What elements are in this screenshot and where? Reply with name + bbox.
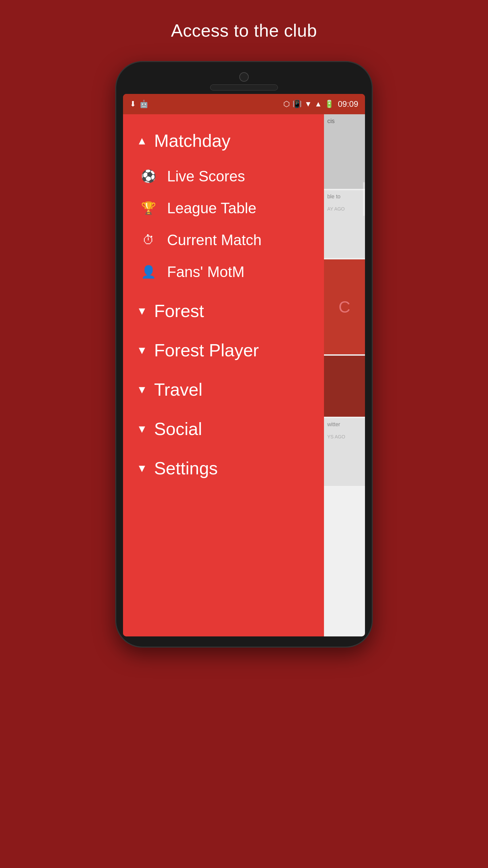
social-arrow-icon: ▼: [137, 423, 147, 434]
matchday-label: Matchday: [154, 131, 230, 151]
page-title: Access to the club: [171, 20, 317, 41]
phone-speaker: [210, 84, 278, 91]
content-timestamp-1: AY AGO: [327, 206, 345, 212]
travel-label: Travel: [154, 379, 203, 400]
matchday-children: ⚽ Live Scores 🏆 League Table ⏱ Current M…: [123, 160, 324, 291]
fans-motm-label: Fans' MotM: [167, 263, 244, 280]
section-settings: ▼ Settings: [123, 449, 324, 488]
signal-icon: ▲: [314, 100, 322, 108]
content-card-3: C: [324, 259, 365, 354]
league-table-item[interactable]: 🏆 League Table: [123, 192, 324, 224]
phone-top: [123, 72, 365, 91]
content-timestamp-2: YS AGO: [327, 434, 345, 439]
forest-player-label: Forest Player: [154, 340, 259, 360]
matchday-menu-item[interactable]: ▲ Matchday: [123, 121, 324, 160]
section-travel: ▼ Travel: [123, 370, 324, 409]
live-scores-label: Live Scores: [167, 168, 245, 185]
android-icon: 🤖: [139, 100, 148, 108]
current-match-icon: ⏱: [140, 233, 157, 247]
section-forest: ▼ Forest: [123, 291, 324, 331]
league-table-label: League Table: [167, 200, 256, 217]
fans-motm-item[interactable]: 👤 Fans' MotM: [123, 256, 324, 288]
fans-motm-icon: 👤: [140, 265, 157, 279]
content-card-2: ble to AY AGO: [324, 190, 365, 258]
phone-camera: [239, 72, 249, 82]
content-text-2: ble to: [327, 194, 341, 199]
vibrate-icon: 📳: [292, 100, 302, 108]
navigation-drawer: ▲ Matchday ⚽ Live Scores 🏆 League Table …: [123, 114, 324, 636]
phone-device: ⬇ 🤖 ⬡ 📳 ▼ ▲ 🔋 09:09 ▲ Matchday: [115, 61, 373, 648]
phone-screen: ⬇ 🤖 ⬡ 📳 ▼ ▲ 🔋 09:09 ▲ Matchday: [123, 94, 365, 636]
status-left-icons: ⬇ 🤖: [130, 100, 148, 108]
forest-player-arrow-icon: ▼: [137, 345, 147, 356]
content-text-3: witter: [327, 421, 340, 427]
travel-arrow-icon: ▼: [137, 384, 147, 395]
content-area: cis ble to AY AGO C witter YS AGO: [324, 114, 365, 636]
content-card-5: witter YS AGO: [324, 418, 365, 486]
scrollbar[interactable]: [363, 182, 365, 216]
status-right-area: ⬡ 📳 ▼ ▲ 🔋 09:09: [283, 99, 358, 109]
social-label: Social: [154, 419, 202, 439]
settings-arrow-icon: ▼: [137, 463, 147, 474]
live-scores-item[interactable]: ⚽ Live Scores: [123, 160, 324, 192]
section-social: ▼ Social: [123, 409, 324, 449]
content-card-4: [324, 356, 365, 417]
forest-label: Forest: [154, 301, 204, 321]
wifi-icon: ▼: [304, 100, 312, 108]
content-icon-1: C: [339, 298, 350, 316]
forest-player-menu-item[interactable]: ▼ Forest Player: [123, 331, 324, 370]
battery-icon: 🔋: [325, 100, 334, 108]
league-table-icon: 🏆: [140, 201, 157, 215]
download-icon: ⬇: [130, 100, 136, 108]
content-text-1: cis: [327, 118, 335, 124]
content-card-1: cis: [324, 114, 365, 189]
live-scores-icon: ⚽: [140, 169, 157, 183]
section-matchday: ▲ Matchday ⚽ Live Scores 🏆 League Table …: [123, 121, 324, 291]
status-bar: ⬇ 🤖 ⬡ 📳 ▼ ▲ 🔋 09:09: [123, 94, 365, 114]
settings-menu-item[interactable]: ▼ Settings: [123, 449, 324, 488]
forest-arrow-icon: ▼: [137, 305, 147, 316]
current-match-label: Current Match: [167, 232, 262, 249]
status-time: 09:09: [338, 99, 358, 109]
forest-menu-item[interactable]: ▼ Forest: [123, 291, 324, 331]
social-menu-item[interactable]: ▼ Social: [123, 409, 324, 449]
settings-label: Settings: [154, 458, 218, 478]
current-match-item[interactable]: ⏱ Current Match: [123, 224, 324, 256]
matchday-arrow-icon: ▲: [137, 135, 147, 146]
travel-menu-item[interactable]: ▼ Travel: [123, 370, 324, 409]
section-forest-player: ▼ Forest Player: [123, 331, 324, 370]
bluetooth-icon: ⬡: [283, 100, 290, 108]
